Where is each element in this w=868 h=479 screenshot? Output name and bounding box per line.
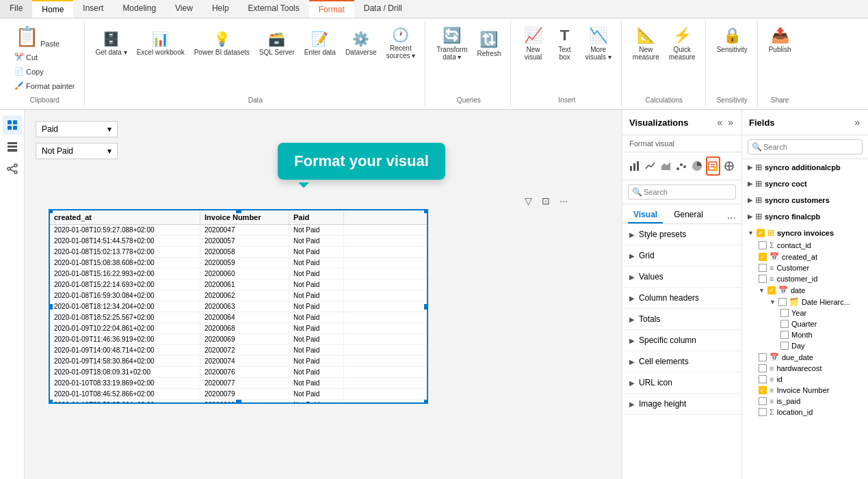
viz-icon-scatter[interactable]: [674, 156, 689, 176]
viz-panel-expand-button[interactable]: »: [726, 115, 735, 129]
copy-button[interactable]: 📄 Copy: [11, 65, 79, 78]
field-year[interactable]: Year: [764, 307, 868, 318]
tab-format[interactable]: Format: [309, 0, 354, 18]
checkbox-day[interactable]: [780, 342, 789, 350]
filter-icon-button[interactable]: ▽: [522, 194, 535, 208]
report-view-button[interactable]: [3, 115, 22, 135]
totals-section[interactable]: ▶ Totals: [622, 309, 741, 330]
field-is-paid[interactable]: ≡ is_paid: [742, 396, 868, 407]
viz-icon-bar-chart[interactable]: [628, 156, 642, 176]
checkbox-location-id[interactable]: [759, 408, 767, 416]
column-headers-section[interactable]: ▶ Column headers: [622, 288, 741, 309]
tab-home[interactable]: Home: [32, 0, 73, 18]
field-date[interactable]: ▼ 📅 date: [742, 284, 868, 296]
checkbox-created-at[interactable]: [759, 253, 767, 261]
dataverse-button[interactable]: ⚙️ Dataverse: [341, 28, 381, 59]
viz-icon-area-chart[interactable]: [659, 156, 673, 176]
viz-tab-more[interactable]: ...: [727, 209, 736, 221]
more-visuals-button[interactable]: 📉 Morevisuals ▾: [581, 24, 615, 64]
fields-search-input[interactable]: [748, 139, 863, 154]
more-options-button[interactable]: ···: [557, 194, 570, 208]
tab-general[interactable]: General: [668, 207, 709, 223]
publish-button[interactable]: 📤 Publish: [765, 24, 795, 56]
sql-server-button[interactable]: 🗃️ SQL Server: [255, 28, 299, 59]
field-location-id[interactable]: Σ location_id: [742, 407, 868, 418]
viz-analytics-icon[interactable]: [722, 156, 736, 176]
viz-format-icon[interactable]: [706, 156, 721, 176]
field-id[interactable]: ≡ id: [742, 374, 868, 385]
tab-file[interactable]: File: [0, 0, 32, 18]
model-view-button[interactable]: [3, 159, 22, 178]
quick-measure-button[interactable]: ⚡ Quickmeasure: [665, 24, 700, 64]
not-paid-dropdown[interactable]: Not Paid ▾: [36, 143, 118, 159]
checkbox-year[interactable]: [780, 309, 789, 317]
field-customer-id[interactable]: ≡ customer_id: [742, 273, 868, 284]
resize-handle-tl[interactable]: [49, 209, 53, 213]
viz-panel-collapse-button[interactable]: «: [715, 115, 724, 129]
field-day[interactable]: Day: [764, 340, 868, 351]
tab-view[interactable]: View: [166, 0, 202, 18]
tab-visual[interactable]: Visual: [628, 207, 663, 223]
recent-sources-button[interactable]: 🕐 Recentsources ▾: [382, 24, 419, 62]
tab-external-tools[interactable]: External Tools: [239, 0, 309, 18]
cut-button[interactable]: ✂️ Cut: [11, 51, 79, 64]
paste-button[interactable]: 📋 Paste: [11, 24, 79, 49]
checkbox-id[interactable]: [759, 375, 767, 383]
refresh-button[interactable]: 🔃 Refresh: [473, 28, 505, 60]
values-section[interactable]: ▶ Values: [622, 266, 741, 288]
tab-insert[interactable]: Insert: [73, 0, 113, 18]
checkbox-quarter[interactable]: [780, 320, 789, 328]
checkbox-date-hierarchy[interactable]: [778, 298, 787, 306]
paid-dropdown[interactable]: Paid ▾: [36, 121, 118, 137]
cell-elements-section[interactable]: ▶ Cell elements: [622, 351, 741, 372]
new-visual-button[interactable]: 📈 Newvisual: [518, 24, 548, 64]
checkbox-due-date[interactable]: [759, 353, 767, 361]
table-view-button[interactable]: [3, 137, 22, 156]
style-presets-section[interactable]: ▶ Style presets: [622, 224, 741, 245]
field-contact-id[interactable]: Σ contact_id: [742, 240, 868, 251]
table-header-coct[interactable]: ▶ ⊞ syncro coct: [742, 177, 868, 191]
get-data-button[interactable]: 🗄️ Get data ▾: [92, 28, 131, 59]
resize-handle-ml[interactable]: [49, 304, 53, 310]
resize-handle-tm[interactable]: [236, 209, 241, 213]
field-due-date[interactable]: 📅 due_date: [742, 351, 868, 363]
transform-data-button[interactable]: 🔄 Transformdata ▾: [432, 24, 471, 64]
resize-handle-mr[interactable]: [424, 304, 428, 310]
field-hardwarecost[interactable]: ≡ hardwarecost: [742, 363, 868, 374]
table-header-additionalcpb[interactable]: ▶ ⊞ syncro additionalcpb: [742, 161, 868, 174]
grid-section[interactable]: ▶ Grid: [622, 245, 741, 266]
fields-panel-expand-button[interactable]: »: [853, 115, 861, 129]
specific-column-section[interactable]: ▶ Specific column: [622, 330, 741, 351]
checkbox-invoice-number[interactable]: [759, 386, 767, 394]
image-height-section[interactable]: ▶ Image height: [622, 394, 741, 415]
viz-icon-pie[interactable]: [690, 156, 705, 176]
viz-search-input[interactable]: [628, 184, 736, 200]
resize-handle-tr[interactable]: [424, 209, 428, 213]
table-header-finalcpb[interactable]: ▶ ⊞ syncro finalcpb: [742, 210, 868, 223]
new-measure-button[interactable]: 📐 Newmeasure: [629, 24, 663, 64]
format-painter-button[interactable]: 🖌️ Format painter: [11, 79, 79, 92]
checkbox-date[interactable]: [767, 286, 776, 295]
checkbox-is-paid[interactable]: [759, 397, 767, 405]
table-header-customers[interactable]: ▶ ⊞ syncro customers: [742, 193, 868, 207]
checkbox-customer[interactable]: [759, 264, 767, 272]
checkbox-contact-id[interactable]: [759, 241, 767, 249]
viz-icon-line-chart[interactable]: [644, 156, 658, 176]
tab-data-drill[interactable]: Data / Drill: [354, 0, 412, 18]
focus-mode-button[interactable]: ⊡: [539, 194, 553, 208]
field-invoice-number[interactable]: ≡ Invoice Number: [742, 385, 868, 396]
field-customer[interactable]: ≡ Customer: [742, 262, 868, 273]
text-box-button[interactable]: T Textbox: [549, 24, 579, 64]
field-quarter[interactable]: Quarter: [764, 318, 868, 329]
table-header-invoices[interactable]: ▼ ⊞ syncro invoices: [742, 226, 868, 240]
enter-data-button[interactable]: 📝 Enter data: [300, 28, 340, 59]
sensitivity-button[interactable]: 🔒 Sensitivity: [713, 24, 752, 56]
excel-workbook-button[interactable]: 📊 Excel workbook: [133, 28, 189, 59]
powerbi-datasets-button[interactable]: 💡 Power BI datasets: [190, 28, 254, 59]
url-icon-section[interactable]: ▶ URL icon: [622, 372, 741, 394]
checkbox-hardwarecost[interactable]: [759, 364, 767, 372]
tab-help[interactable]: Help: [202, 0, 239, 18]
field-month[interactable]: Month: [764, 329, 868, 340]
tab-modeling[interactable]: Modeling: [113, 0, 166, 18]
invoice-table-checkbox[interactable]: [757, 229, 765, 237]
